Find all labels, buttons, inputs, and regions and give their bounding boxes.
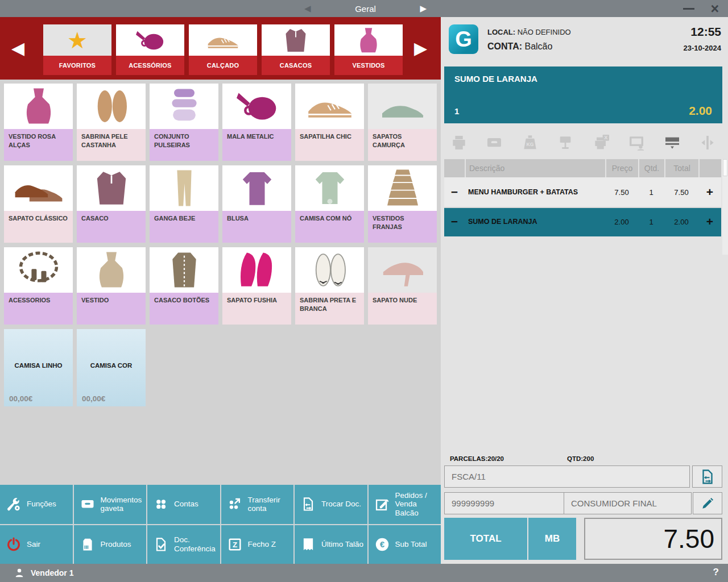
order-row-sumo-de-laranja[interactable]: −SUMO DE LARANJA2.0012.00+ bbox=[444, 208, 721, 236]
product-tile-camisa-com-n[interactable]: CAMISA COM NÓ bbox=[295, 165, 364, 243]
row-qty: 1 bbox=[638, 188, 664, 197]
product-tile-acessorios[interactable]: ACESSORIOS bbox=[4, 247, 73, 325]
product-tile-ganga-beje[interactable]: GANGA BEJE bbox=[150, 165, 218, 243]
category-tile-vestidos[interactable]: VESTIDOS bbox=[334, 24, 403, 75]
printerx-icon[interactable]: X bbox=[592, 134, 610, 152]
decrease-qty-button[interactable]: − bbox=[451, 215, 458, 228]
scale-icon[interactable]: KG bbox=[521, 134, 539, 152]
status-bar: Vendedor 1 ? bbox=[0, 564, 728, 582]
increase-qty-button[interactable]: + bbox=[706, 215, 713, 228]
col-total: Total bbox=[673, 164, 690, 173]
logged-user-name: Vendedor 1 bbox=[31, 568, 73, 577]
total-button[interactable]: TOTAL bbox=[444, 518, 527, 560]
function-button-sair[interactable]: Sair bbox=[0, 525, 73, 564]
mb-button[interactable]: MB bbox=[528, 518, 576, 560]
app-logo: G bbox=[449, 24, 478, 54]
table-scrollbar[interactable] bbox=[722, 159, 728, 255]
row-description: SUMO DE LARANJA bbox=[465, 217, 605, 226]
row-price: 2.00 bbox=[605, 218, 638, 226]
document-ref-input[interactable] bbox=[444, 465, 690, 488]
product-name: CAMISA COM NÓ bbox=[295, 211, 364, 243]
function-button-fun-es[interactable]: Funções bbox=[0, 485, 73, 524]
product-tile-conjunto-pulseiras[interactable]: CONJUNTO PULSEIRAS bbox=[150, 84, 218, 161]
category-label: ACESSÓRIOS bbox=[116, 56, 184, 75]
close-icon[interactable]: × bbox=[710, 1, 719, 16]
category-tile-acess-rios[interactable]: ACESSÓRIOS bbox=[116, 24, 184, 75]
product-tile-sapato-nude[interactable]: SAPATO NUDE bbox=[368, 247, 437, 325]
function-button-movimentos-gaveta[interactable]: Movimentos gaveta bbox=[74, 485, 147, 524]
current-item-name: SUMO DE LARANJA bbox=[454, 74, 537, 84]
product-name: SAPATO FUSHIA bbox=[222, 293, 291, 325]
product-tile-sabrina-preta-e-branca[interactable]: SABRINA PRETA E BRANCA bbox=[295, 247, 364, 325]
category-tile-casacos[interactable]: CASACOS bbox=[262, 24, 330, 75]
decrease-qty-button[interactable]: − bbox=[451, 185, 458, 199]
function-button-sub-total[interactable]: €Sub Total bbox=[369, 525, 441, 564]
product-tile-vestidos-franjas[interactable]: VESTIDOS FRANJAS bbox=[368, 165, 437, 243]
sabrina-preta-e-branca-image bbox=[295, 247, 364, 293]
product-tile-sabrina-pele-castanha[interactable]: SABRINA PELE CASTANHA bbox=[77, 84, 146, 161]
function-button-label: Último Talão bbox=[321, 540, 363, 549]
customer-nif-input[interactable] bbox=[444, 492, 564, 514]
function-button-transferir-conta[interactable]: Transferir conta bbox=[221, 485, 294, 524]
product-tile-sapato-cl-ssico[interactable]: SAPATO CLÁSSICO bbox=[4, 165, 73, 243]
edit-customer-button[interactable] bbox=[693, 492, 722, 514]
conta-label: CONTA: bbox=[487, 41, 522, 51]
help-button[interactable]: ? bbox=[713, 567, 719, 578]
category-scroll-right-icon[interactable]: ▶ bbox=[414, 40, 427, 57]
drawer-icon[interactable] bbox=[485, 134, 503, 152]
split-icon[interactable] bbox=[698, 134, 717, 152]
function-button-produtos[interactable]: Produtos bbox=[74, 525, 147, 564]
page-next-icon[interactable]: ▶ bbox=[420, 3, 427, 14]
function-button-trocar-doc[interactable]: Trocar Doc. bbox=[295, 485, 367, 524]
category-tile-cal-ado[interactable]: CALÇADO bbox=[189, 24, 257, 75]
function-button-contas[interactable]: Contas bbox=[147, 485, 220, 524]
conjunto-pulseiras-image bbox=[150, 84, 218, 129]
table-scrollbar-thumb[interactable] bbox=[723, 159, 727, 176]
category-scroll-left-icon[interactable]: ◀ bbox=[11, 40, 24, 57]
function-button-ltimo-tal-o[interactable]: Último Talão bbox=[295, 525, 367, 564]
monitoruser-icon[interactable] bbox=[627, 134, 646, 152]
product-tile-camisa-linho[interactable]: CAMISA LINHO00,00€ bbox=[4, 329, 73, 406]
product-name: VESTIDO bbox=[77, 293, 146, 325]
product-name: MALA METALIC bbox=[222, 129, 291, 161]
camisa-com-n-image bbox=[295, 165, 364, 211]
page-prev-icon[interactable]: ◀ bbox=[304, 3, 311, 14]
product-tile-casaco[interactable]: CASACO bbox=[77, 165, 146, 243]
product-tile-mala-metalic[interactable]: MALA METALIC bbox=[222, 84, 291, 161]
function-button-doc-confer-ncia[interactable]: Doc. Conferência bbox=[147, 525, 220, 564]
increase-qty-button[interactable]: + bbox=[706, 185, 713, 199]
product-tile-blusa[interactable]: BLUSA bbox=[222, 165, 291, 243]
sign-icon[interactable] bbox=[556, 134, 574, 152]
blusa-image bbox=[222, 165, 291, 211]
category-label: CASACOS bbox=[262, 56, 330, 75]
function-button-label: Pedidos / Venda Balcão bbox=[395, 491, 439, 518]
function-button-fecho-z[interactable]: ZFecho Z bbox=[221, 525, 294, 564]
product-tile-sapato-fushia[interactable]: SAPATO FUSHIA bbox=[222, 247, 291, 325]
product-tile-sapatilha-chic[interactable]: SAPATILHA CHIC bbox=[295, 84, 364, 161]
category-label: CALÇADO bbox=[189, 56, 257, 75]
function-button-pedidos-venda-balc-o[interactable]: Pedidos / Venda Balcão bbox=[369, 485, 441, 524]
document-row bbox=[444, 465, 722, 488]
order-table-header: Descrição Preço Qtd. Total bbox=[444, 159, 721, 177]
product-tile-vestido[interactable]: VESTIDO bbox=[77, 247, 146, 325]
order-row-menu-hamburger-batatas[interactable]: −MENU HAMBURGER + BATATAS7.5017.50+ bbox=[444, 177, 721, 208]
product-tile-vestido-rosa-al-as[interactable]: VESTIDO ROSA ALÇAS bbox=[4, 84, 73, 161]
category-tile-favoritos[interactable]: ★FAVORITOS bbox=[43, 24, 111, 75]
product-tile-sapatos-camur-a[interactable]: SAPATOS CAMURÇA bbox=[368, 84, 437, 161]
vestido-image bbox=[77, 247, 146, 293]
product-tile-camisa-cor[interactable]: CAMISA COR00,00€ bbox=[77, 329, 146, 406]
product-tile-casaco-bot-es[interactable]: CASACO BOTÕES bbox=[150, 247, 218, 325]
col-descricao: Descrição bbox=[469, 164, 504, 173]
sapatilha-chic-image bbox=[295, 84, 364, 129]
change-document-button[interactable] bbox=[692, 465, 722, 488]
pencilbox-icon bbox=[374, 496, 390, 512]
function-button-label: Contas bbox=[174, 500, 198, 509]
minimize-icon[interactable] bbox=[683, 8, 694, 10]
sabrina-pele-castanha-image bbox=[77, 84, 146, 129]
local-line: LOCAL: NÃO DEFINIDO bbox=[487, 28, 571, 36]
function-button-label: Sub Total bbox=[395, 540, 427, 549]
display-icon[interactable] bbox=[663, 134, 681, 152]
product-name: CASACO BOTÕES bbox=[150, 293, 218, 325]
printer-icon[interactable] bbox=[450, 134, 468, 152]
customer-name-input[interactable] bbox=[564, 492, 692, 514]
